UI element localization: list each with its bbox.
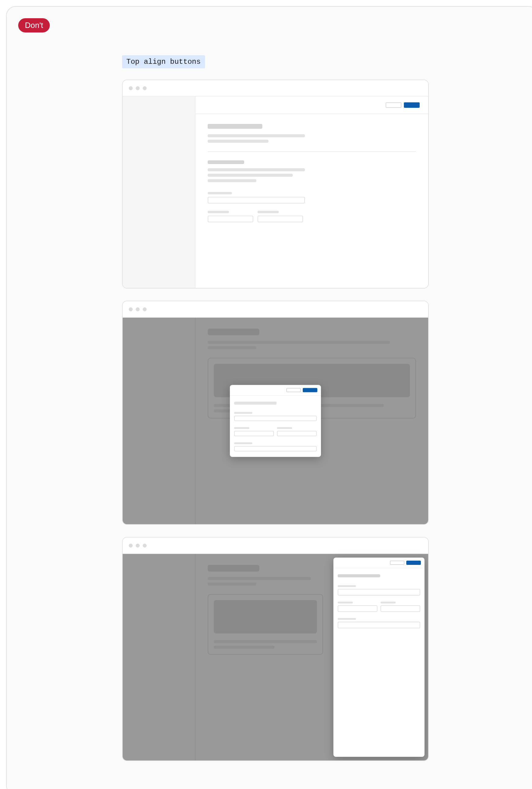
window-dot xyxy=(143,86,147,90)
field-label-placeholder xyxy=(234,427,249,429)
window-dot xyxy=(136,544,140,548)
input-placeholder[interactable] xyxy=(234,416,317,421)
secondary-button-placeholder[interactable] xyxy=(286,388,301,392)
card-placeholder xyxy=(208,594,323,655)
text-placeholder xyxy=(208,174,293,177)
input-placeholder[interactable] xyxy=(258,215,303,222)
input-placeholder[interactable] xyxy=(208,197,305,204)
caption-label: Top align buttons xyxy=(122,55,205,68)
input-placeholder[interactable] xyxy=(277,431,317,436)
heading-placeholder xyxy=(338,574,380,577)
field-label-placeholder xyxy=(234,412,252,414)
drawer-content xyxy=(334,568,424,634)
page-toolbar xyxy=(195,97,428,114)
text-placeholder xyxy=(208,577,311,580)
text-placeholder xyxy=(208,134,305,137)
input-placeholder[interactable] xyxy=(234,431,274,436)
text-placeholder xyxy=(208,341,390,344)
input-placeholder[interactable] xyxy=(380,605,420,612)
heading-placeholder xyxy=(234,402,277,405)
field-label-placeholder xyxy=(208,192,232,194)
field-label-placeholder xyxy=(277,427,292,429)
primary-button-placeholder[interactable] xyxy=(303,388,317,392)
heading-placeholder xyxy=(208,124,262,129)
text-placeholder xyxy=(208,582,256,585)
input-placeholder[interactable] xyxy=(338,589,420,596)
input-placeholder[interactable] xyxy=(208,215,253,222)
text-placeholder xyxy=(208,140,268,143)
field-label-placeholder xyxy=(258,211,279,213)
input-placeholder[interactable] xyxy=(338,622,420,628)
secondary-button-placeholder[interactable] xyxy=(386,102,401,108)
dont-badge: Don't xyxy=(18,18,50,33)
subheading-placeholder xyxy=(208,161,244,164)
sidebar-placeholder xyxy=(123,97,195,288)
text-placeholder xyxy=(214,640,317,643)
modal-dialog xyxy=(230,385,321,457)
example-page xyxy=(122,79,429,288)
modal-toolbar xyxy=(230,385,321,395)
window-dot xyxy=(129,544,133,548)
sidebar-placeholder xyxy=(123,554,195,760)
input-placeholder[interactable] xyxy=(234,446,317,452)
page-content xyxy=(195,114,428,288)
window-dot xyxy=(136,86,140,90)
sidebar-placeholder xyxy=(123,318,195,524)
field-label-placeholder xyxy=(338,618,356,620)
divider xyxy=(208,151,416,152)
text-placeholder xyxy=(208,168,305,171)
heading-placeholder xyxy=(208,565,259,571)
window-dot xyxy=(136,307,140,311)
window-dot xyxy=(143,544,147,548)
text-placeholder xyxy=(208,179,256,182)
browser-chrome xyxy=(123,80,428,97)
example-drawer xyxy=(122,537,429,761)
browser-chrome xyxy=(123,538,428,554)
input-placeholder[interactable] xyxy=(338,605,377,612)
window-dot xyxy=(129,86,133,90)
window-dot xyxy=(143,307,147,311)
field-label-placeholder xyxy=(338,585,356,587)
example-modal xyxy=(122,301,429,525)
primary-button-placeholder[interactable] xyxy=(406,561,421,565)
text-placeholder xyxy=(214,646,274,649)
window-dot xyxy=(129,307,133,311)
modal-content xyxy=(230,395,321,457)
text-placeholder xyxy=(208,346,256,349)
drawer-toolbar xyxy=(334,558,424,568)
side-drawer xyxy=(334,558,424,757)
heading-placeholder xyxy=(208,328,259,335)
guideline-frame: Don't Top align buttons xyxy=(6,6,532,789)
examples-stack xyxy=(122,79,429,761)
browser-chrome xyxy=(123,301,428,318)
field-label-placeholder xyxy=(380,602,396,603)
field-label-placeholder xyxy=(208,211,229,213)
field-label-placeholder xyxy=(338,602,353,603)
primary-button-placeholder[interactable] xyxy=(404,102,420,108)
media-placeholder xyxy=(214,600,317,634)
field-label-placeholder xyxy=(234,443,252,444)
secondary-button-placeholder[interactable] xyxy=(390,561,404,565)
